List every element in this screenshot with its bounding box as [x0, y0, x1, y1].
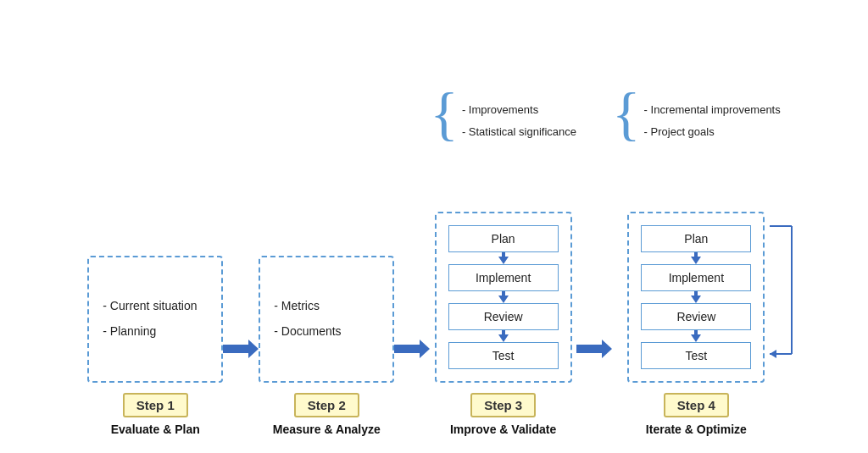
arrow1-svg [223, 338, 259, 360]
svg-marker-12 [770, 350, 776, 358]
step3-label: Step 3 [470, 393, 536, 417]
svg-marker-0 [223, 340, 259, 358]
step3-name: Improve & Validate [450, 423, 556, 436]
step4-label: Step 4 [664, 393, 729, 417]
step3-flow-test: Test [448, 342, 559, 369]
step3-annotation-group: { - Improvements - Statistical significa… [430, 93, 576, 144]
svg-marker-5 [576, 340, 612, 358]
step3-annotation-item2: - Statistical significance [462, 124, 576, 141]
step3-flow-implement: Implement [448, 264, 559, 291]
step4-flow-review: Review [641, 303, 751, 330]
step4-name: Iterate & Optimize [646, 423, 747, 436]
step3-annotation-item1: - Improvements [462, 102, 576, 119]
step4-box-container: Plan Implement Review Test [627, 212, 765, 383]
svg-marker-6 [691, 252, 701, 264]
step2-item2: - Documents [274, 323, 379, 340]
step4-wrapper: { - Incremental improvements - Project g… [612, 93, 781, 436]
svg-marker-1 [394, 340, 430, 358]
svg-marker-2 [498, 252, 509, 264]
step2-wrapper: - Metrics - Documents Step 2 Measure & A… [259, 137, 394, 436]
svg-marker-4 [498, 330, 509, 342]
step4-flow-implement: Implement [641, 264, 751, 291]
step2-label: Step 2 [294, 393, 359, 417]
step3-flow-review: Review [448, 303, 559, 330]
step4-annotation-item1: - Incremental improvements [644, 102, 781, 119]
step3-annotation-items: - Improvements - Statistical significanc… [462, 93, 576, 140]
arrow3-svg [576, 338, 612, 360]
step1-name: Evaluate & Plan [111, 423, 200, 436]
arrow3 [576, 338, 612, 436]
step3-annotation-area: { - Improvements - Statistical significa… [430, 93, 576, 212]
step3-arrow2 [498, 291, 509, 303]
step4-brace: { [612, 85, 641, 144]
step4-annotation-item2: - Project goals [644, 124, 781, 141]
step2-box: - Metrics - Documents [259, 256, 394, 383]
step1-item2: - Planning [103, 323, 208, 340]
step4-arrow2 [691, 291, 701, 303]
step1-item1: - Current situation [103, 298, 208, 315]
arrow1 [223, 338, 259, 436]
step4-flow-plan: Plan [641, 225, 751, 252]
step3-wrapper: { - Improvements - Statistical significa… [430, 93, 576, 436]
step4-arrow3 [691, 330, 701, 342]
step3-arrow3 [498, 330, 509, 342]
step2-item1: - Metrics [274, 298, 379, 315]
step4-flow: Plan Implement Review Test [641, 225, 751, 369]
diagram: - Current situation - Planning Step 1 Ev… [0, 0, 868, 453]
loop-arrow-svg [768, 216, 797, 364]
step1-wrapper: - Current situation - Planning Step 1 Ev… [87, 137, 223, 436]
step3-box: Plan Implement Review Test [435, 212, 572, 383]
step3-brace: { [430, 85, 459, 144]
step3-flow-plan: Plan [448, 225, 559, 252]
step4-arrow1 [691, 252, 701, 264]
step4-annotation-items: - Incremental improvements - Project goa… [644, 93, 781, 140]
step3-arrow1 [498, 252, 509, 264]
svg-marker-3 [498, 291, 509, 303]
step4-annotation-area: { - Incremental improvements - Project g… [612, 93, 781, 212]
svg-marker-7 [691, 291, 701, 303]
step2-name: Measure & Analyze [273, 423, 381, 436]
step1-label: Step 1 [123, 393, 188, 417]
step4-flow-test: Test [641, 342, 751, 369]
step4-annotation-group: { - Incremental improvements - Project g… [612, 93, 781, 144]
arrow2-svg [394, 338, 430, 360]
step3-flow: Plan Implement Review Test [448, 225, 559, 369]
arrow2 [394, 338, 430, 436]
svg-marker-8 [691, 330, 701, 342]
step4-box: Plan Implement Review Test [627, 212, 765, 383]
step1-box: - Current situation - Planning [87, 256, 223, 383]
